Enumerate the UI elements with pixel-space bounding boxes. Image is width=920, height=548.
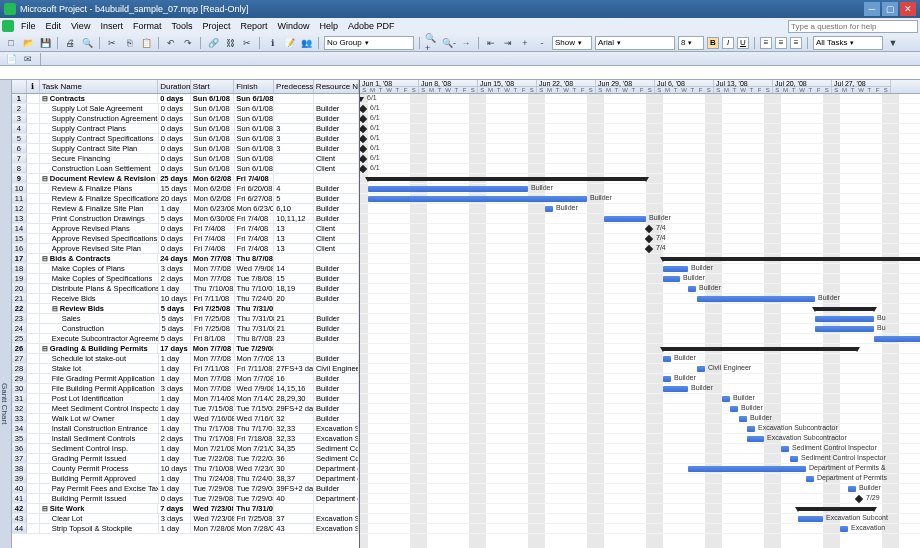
gantt-row[interactable]: 6/1 xyxy=(360,154,920,164)
undo-button[interactable]: ↶ xyxy=(164,36,178,50)
cell-duration[interactable]: 5 days xyxy=(159,334,192,343)
row-id[interactable]: 16 xyxy=(12,244,27,253)
col-id-header[interactable] xyxy=(12,80,27,93)
menu-window[interactable]: Window xyxy=(272,20,314,32)
cell-taskname[interactable]: County Permit Process xyxy=(40,464,159,473)
milestone-icon[interactable] xyxy=(855,495,863,503)
cell-start[interactable]: Thu 7/17/08 xyxy=(191,424,234,433)
cell-pred[interactable]: 21 xyxy=(275,314,315,323)
cell-duration[interactable]: 1 day xyxy=(159,354,192,363)
cell-resource[interactable] xyxy=(314,254,359,263)
cell-start[interactable]: Fri 7/4/08 xyxy=(191,224,234,233)
task-bar[interactable] xyxy=(806,476,814,482)
row-id[interactable]: 33 xyxy=(12,414,27,423)
cell-pred[interactable]: 13 xyxy=(274,224,314,233)
cell-start[interactable]: Mon 7/7/08 xyxy=(191,344,234,353)
table-row[interactable]: 34Install Construction Entrance1 dayThu … xyxy=(12,424,359,434)
menu-tools[interactable]: Tools xyxy=(166,20,197,32)
gantt-row[interactable] xyxy=(360,504,920,514)
cell-start[interactable]: Mon 6/30/08 xyxy=(191,214,234,223)
cell-duration[interactable]: 0 days xyxy=(159,104,192,113)
cell-taskname[interactable]: Supply Contract Plans xyxy=(40,124,159,133)
group-combo[interactable]: No Group xyxy=(324,36,414,50)
cell-taskname[interactable]: Meet Sediment Control Inspector xyxy=(40,404,159,413)
row-id[interactable]: 20 xyxy=(12,284,27,293)
table-row[interactable]: 29File Grading Permit Application1 dayMo… xyxy=(12,374,359,384)
task-bar[interactable] xyxy=(688,466,806,472)
cell-pred[interactable]: 13 xyxy=(274,354,314,363)
gantt-row[interactable]: Builder xyxy=(360,294,920,304)
cell-duration[interactable]: 1 day xyxy=(159,424,192,433)
cell-taskname[interactable]: Receive Bids xyxy=(40,294,159,303)
milestone-icon[interactable] xyxy=(360,105,367,113)
cell-finish[interactable]: Mon 7/28/08 xyxy=(235,524,275,533)
col-indicator-header[interactable]: ℹ xyxy=(27,80,40,93)
cell-taskname[interactable]: Supply Contract Site Plan xyxy=(40,144,159,153)
print-preview-button[interactable]: 🔍 xyxy=(80,36,94,50)
cell-pred[interactable]: 14 xyxy=(274,264,314,273)
cell-duration[interactable]: 3 days xyxy=(159,384,192,393)
task-bar[interactable] xyxy=(663,386,688,392)
cell-pred[interactable]: 4 xyxy=(274,184,314,193)
table-row[interactable]: 39Building Permit Approved1 dayThu 7/24/… xyxy=(12,474,359,484)
table-row[interactable]: 8Construction Loan Settlement0 daysSun 6… xyxy=(12,164,359,174)
table-row[interactable]: 27Schedule lot stake-out1 dayMon 7/7/08M… xyxy=(12,354,359,364)
cell-finish[interactable]: Fri 7/11/08 xyxy=(235,364,275,373)
gantt-row[interactable]: Builder xyxy=(360,204,920,214)
cell-resource[interactable]: Builder xyxy=(314,314,359,323)
cell-taskname[interactable]: Pay Permit Fees and Excise Taxes xyxy=(40,484,159,493)
table-row[interactable]: 43Clear Lot3 daysWed 7/23/08Fri 7/25/083… xyxy=(12,514,359,524)
gantt-row[interactable]: Civil Engineer xyxy=(360,364,920,374)
menu-help[interactable]: Help xyxy=(314,20,343,32)
entry-bar[interactable] xyxy=(0,66,920,80)
cell-finish[interactable]: Sun 6/1/08 xyxy=(235,154,275,163)
new-button[interactable]: □ xyxy=(4,36,18,50)
task-bar[interactable] xyxy=(840,526,848,532)
cell-start[interactable]: Mon 7/7/08 xyxy=(191,384,234,393)
gantt-row[interactable]: Builder xyxy=(360,274,920,284)
cell-taskname[interactable]: ⊟Review Bids xyxy=(40,304,159,313)
cell-taskname[interactable]: Clear Lot xyxy=(40,514,159,523)
row-id[interactable]: 2 xyxy=(12,104,27,113)
cell-pred[interactable] xyxy=(274,304,314,313)
cell-taskname[interactable]: Sales xyxy=(40,314,160,323)
summary-bar[interactable] xyxy=(798,507,874,511)
row-id[interactable]: 37 xyxy=(12,454,27,463)
table-row[interactable]: 24Construction5 daysFri 7/25/08Thu 7/31/… xyxy=(12,324,359,334)
week-header[interactable]: Jun 15, '08SMTWTFS xyxy=(478,80,537,93)
cell-taskname[interactable]: Walk Lot w/ Owner xyxy=(40,414,159,423)
gantt-row[interactable]: 7/4 xyxy=(360,234,920,244)
cell-finish[interactable]: Sun 6/1/08 xyxy=(235,104,275,113)
cell-finish[interactable]: Mon 7/7/08 xyxy=(235,354,275,363)
cell-start[interactable]: Mon 6/2/08 xyxy=(191,174,234,183)
cell-duration[interactable]: 7 days xyxy=(158,504,191,513)
cell-start[interactable]: Fri 7/4/08 xyxy=(191,234,234,243)
pdf-mail-button[interactable]: ✉ xyxy=(21,52,35,66)
milestone-icon[interactable] xyxy=(360,155,367,163)
milestone-icon[interactable] xyxy=(645,235,653,243)
task-bar[interactable] xyxy=(663,356,671,362)
row-id[interactable]: 29 xyxy=(12,374,27,383)
cell-taskname[interactable]: ⊟Grading & Building Permits xyxy=(40,344,158,353)
cell-pred[interactable]: 39FS+2 days xyxy=(274,484,314,493)
cell-start[interactable]: Tue 7/22/08 xyxy=(191,454,234,463)
cell-duration[interactable]: 0 days xyxy=(159,164,192,173)
task-info-button[interactable]: ℹ xyxy=(265,36,279,50)
milestone-icon[interactable] xyxy=(360,135,367,143)
row-id[interactable]: 10 xyxy=(12,184,27,193)
task-bar[interactable] xyxy=(545,206,553,212)
col-pred-header[interactable]: Predecessors xyxy=(274,80,314,93)
cell-resource[interactable]: Builder xyxy=(314,214,359,223)
cell-finish[interactable]: Thu 7/31/08 xyxy=(235,324,275,333)
cell-finish[interactable]: Fri 7/4/08 xyxy=(234,174,274,183)
cell-pred[interactable]: 36 xyxy=(274,454,314,463)
table-row[interactable]: 9⊟Document Review & Revision25 daysMon 6… xyxy=(12,174,359,184)
cell-start[interactable]: Fri 7/25/08 xyxy=(192,324,235,333)
cell-finish[interactable]: Fri 7/18/08 xyxy=(235,434,275,443)
cell-resource[interactable]: Client xyxy=(314,234,359,243)
menu-report[interactable]: Report xyxy=(235,20,272,32)
cell-duration[interactable]: 1 day xyxy=(159,474,192,483)
cell-resource[interactable]: Client xyxy=(314,224,359,233)
week-header[interactable]: Jul 20, '08SMTWTFS xyxy=(773,80,832,93)
task-bar[interactable] xyxy=(663,276,680,282)
